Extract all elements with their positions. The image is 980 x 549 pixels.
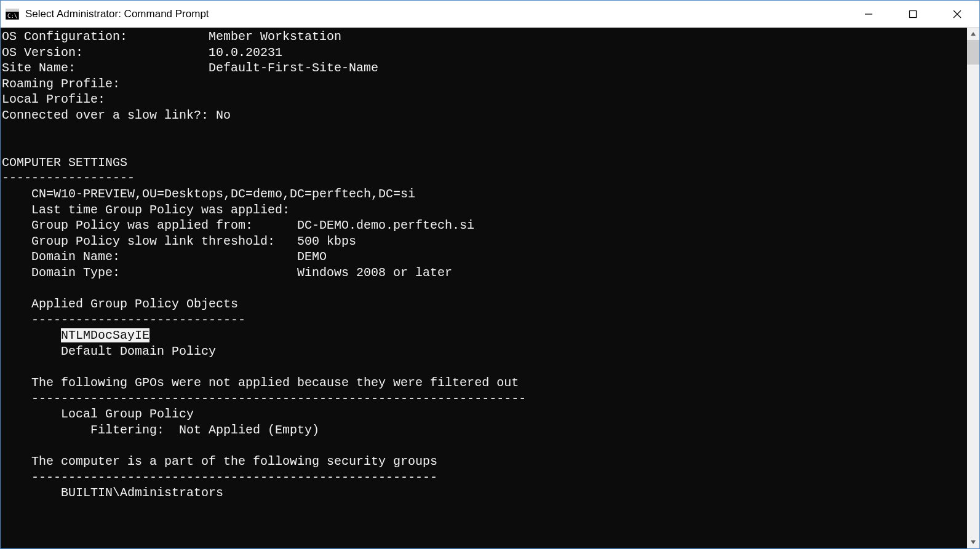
scrollbar-thumb[interactable] bbox=[967, 40, 979, 65]
svg-marker-7 bbox=[971, 32, 976, 36]
cmd-app-icon: C:\ bbox=[6, 8, 19, 20]
scroll-up-arrow[interactable] bbox=[967, 28, 979, 40]
close-button[interactable] bbox=[935, 1, 979, 27]
minimize-button[interactable] bbox=[847, 1, 891, 27]
vertical-scrollbar[interactable] bbox=[967, 28, 979, 548]
terminal-output[interactable]: OS Configuration: Member Workstation OS … bbox=[1, 28, 967, 548]
svg-rect-4 bbox=[910, 10, 917, 17]
svg-marker-8 bbox=[971, 540, 976, 544]
command-prompt-window: C:\ Select Administrator: Command Prompt… bbox=[0, 0, 980, 549]
selected-text[interactable]: NTLMDocSayIE bbox=[61, 328, 149, 342]
window-controls bbox=[847, 1, 979, 27]
content-wrap: OS Configuration: Member Workstation OS … bbox=[1, 28, 979, 548]
scroll-down-arrow[interactable] bbox=[967, 536, 979, 548]
titlebar[interactable]: C:\ Select Administrator: Command Prompt bbox=[1, 1, 979, 28]
maximize-button[interactable] bbox=[891, 1, 935, 27]
window-title: Select Administrator: Command Prompt bbox=[25, 8, 847, 20]
svg-text:C:\: C:\ bbox=[7, 13, 17, 19]
svg-rect-1 bbox=[6, 9, 19, 12]
